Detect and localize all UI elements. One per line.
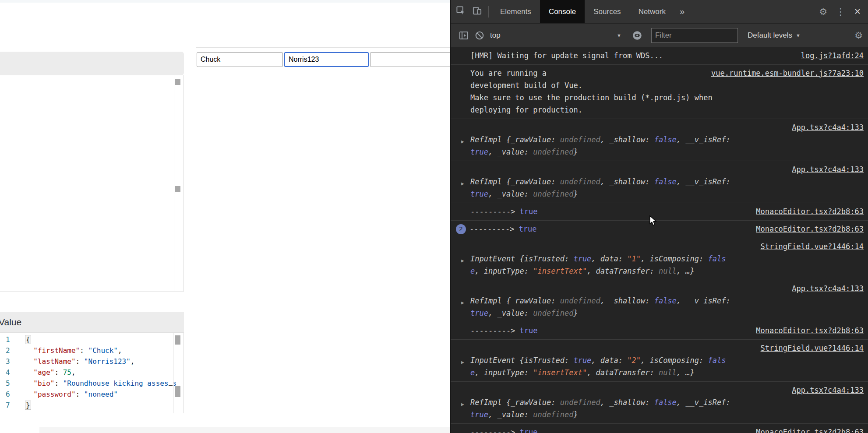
scrollbar-thumb[interactable] — [175, 335, 180, 345]
live-expression-eye-icon[interactable] — [629, 28, 645, 43]
text-segment: true — [519, 223, 537, 235]
source-link[interactable]: MonacoEditor.tsx?d2b8:63 — [756, 426, 864, 433]
tab-console[interactable]: Console — [540, 0, 585, 23]
source-link[interactable]: App.tsx?c4a4:133 — [792, 121, 864, 134]
text-segment: , inputType: — [475, 366, 533, 379]
message-lines: ---------> trueMonacoEditor.tsx?d2b8:63 — [470, 324, 864, 337]
console-line: RefImpl {_rawValue: undefined, _shallow:… — [470, 176, 864, 188]
text-segment: true — [573, 253, 591, 265]
text-segment — [169, 383, 173, 386]
console-line: You are running avue.runtime.esm-bundler… — [470, 67, 864, 79]
spacer — [538, 324, 752, 337]
text-segment: , _shallow: — [600, 295, 654, 307]
console-line: ---------> trueMonacoEditor.tsx?d2b8:63 — [470, 324, 864, 337]
last-name-input[interactable] — [284, 52, 369, 67]
devtools-tabbar: Elements Console Sources Network » ⚙ ⋮ ✕ — [451, 0, 868, 24]
third-input[interactable] — [370, 52, 458, 67]
tab-network[interactable]: Network — [630, 0, 674, 23]
text-segment: true — [520, 324, 538, 337]
text-segment: InputEvent {isTrusted: — [470, 253, 573, 265]
source-link[interactable]: vue.runtime.esm-bundler.js?7a23:10 — [711, 67, 864, 79]
message-body: 2---------> trueMonacoEditor.tsx?d2b8:63 — [456, 223, 864, 235]
console-message: App.tsx?c4a4:133▶RefImpl {_rawValue: und… — [451, 382, 868, 424]
source-link[interactable]: MonacoEditor.tsx?d2b8:63 — [756, 223, 864, 235]
text-segment: undefined — [533, 146, 573, 158]
text-segment: undefined — [533, 408, 573, 421]
console-settings-gear-icon[interactable]: ⚙ — [854, 31, 863, 40]
source-link[interactable]: App.tsx?c4a4:133 — [792, 163, 864, 176]
console-line: ---------> trueMonacoEditor.tsx?d2b8:63 — [470, 205, 864, 218]
source-link[interactable]: StringField.vue?1446:14 — [761, 240, 864, 253]
schema-editor-panel — [0, 75, 184, 292]
first-name-input[interactable] — [197, 52, 283, 67]
scrollbar-thumb[interactable] — [175, 386, 180, 397]
source-link[interactable]: App.tsx?c4a4:133 — [792, 384, 864, 396]
expand-triangle-icon[interactable]: ▶ — [461, 398, 464, 410]
scrollbar-thumb[interactable] — [175, 79, 180, 85]
text-segment: , …} — [677, 366, 695, 379]
source-link[interactable]: log.js?1afd:24 — [801, 49, 864, 62]
spacer — [470, 163, 787, 176]
console-filter-input[interactable] — [651, 28, 738, 43]
text-segment: "age" — [33, 368, 54, 377]
message-lines: RefImpl {_rawValue: undefined, _shallow:… — [470, 176, 864, 200]
text-segment: undefined — [533, 307, 573, 319]
console-message: StringField.vue?1446:14▶InputEvent {isTr… — [451, 238, 868, 280]
spacer — [470, 121, 787, 134]
message-body: RefImpl {_rawValue: undefined, _shallow:… — [470, 176, 864, 200]
text-segment: , data: — [591, 354, 627, 366]
text-segment: , inputType: — [475, 265, 533, 277]
console-line: RefImpl {_rawValue: undefined, _shallow:… — [470, 396, 864, 408]
code-line: 3 "lastName": "Norris123", — [0, 356, 183, 367]
scrollbar-thumb[interactable] — [175, 186, 180, 192]
close-icon[interactable]: ✕ — [854, 7, 861, 17]
expand-triangle-icon[interactable]: ▶ — [461, 254, 464, 267]
expand-triangle-icon[interactable]: ▶ — [461, 135, 464, 148]
device-toolbar-icon[interactable] — [472, 6, 482, 18]
more-tabs-icon[interactable]: » — [674, 0, 690, 23]
kebab-menu-icon[interactable]: ⋮ — [836, 7, 845, 16]
message-link-line: App.tsx?c4a4:133 — [470, 384, 864, 396]
page-bottom-strip — [39, 427, 450, 433]
code-content: "firstName": "Chuck", — [19, 345, 122, 356]
text-segment: , dataTransfer: — [587, 366, 659, 379]
console-message: ---------> trueMonacoEditor.tsx?d2b8:63 — [451, 203, 868, 221]
spacer — [470, 282, 787, 295]
expand-triangle-icon[interactable]: ▶ — [461, 296, 464, 309]
value-json-editor[interactable]: 1{2 "firstName": "Chuck",3 "lastName": "… — [0, 333, 184, 413]
message-lines: RefImpl {_rawValue: undefined, _shallow:… — [470, 396, 864, 421]
text-segment: null — [659, 265, 677, 277]
message-lines: InputEvent {isTrusted: true, data: "2", … — [470, 354, 864, 379]
console-messages-area[interactable]: [HMR] Waiting for update signal from WDS… — [451, 47, 868, 433]
expand-triangle-icon[interactable]: ▶ — [461, 177, 464, 190]
text-segment: { — [25, 335, 31, 344]
text-segment: ---------> — [470, 426, 520, 433]
tab-sources[interactable]: Sources — [585, 0, 629, 23]
console-line: Make sure to use the production build (*… — [470, 92, 864, 104]
source-link[interactable]: App.tsx?c4a4:133 — [792, 282, 864, 295]
log-levels-select[interactable]: Default levels ▼ — [748, 31, 801, 40]
text-segment: false — [654, 396, 677, 408]
clear-console-icon[interactable] — [472, 28, 487, 43]
text-segment: , …} — [677, 265, 695, 277]
message-body: ---------> trueMonacoEditor.tsx?d2b8:63 — [470, 426, 864, 433]
source-link[interactable]: MonacoEditor.tsx?d2b8:63 — [756, 205, 864, 218]
message-lines: ---------> trueMonacoEditor.tsx?d2b8:63 — [470, 205, 864, 218]
text-segment: fals — [708, 354, 726, 366]
text-segment: } — [573, 146, 578, 158]
source-link[interactable]: StringField.vue?1446:14 — [761, 342, 864, 354]
tab-elements[interactable]: Elements — [491, 0, 540, 23]
source-link[interactable]: MonacoEditor.tsx?d2b8:63 — [756, 324, 864, 337]
text-segment: true — [520, 426, 538, 433]
console-sidebar-toggle-icon[interactable] — [456, 28, 472, 43]
settings-gear-icon[interactable]: ⚙ — [819, 7, 827, 16]
text-segment: true — [470, 408, 488, 421]
expand-triangle-icon[interactable]: ▶ — [461, 356, 464, 368]
text-segment: false — [654, 295, 677, 307]
spacer — [470, 342, 756, 354]
text-segment: } — [573, 307, 578, 319]
inspect-element-icon[interactable] — [456, 6, 466, 18]
console-line: true, _value: undefined} — [470, 408, 864, 421]
console-message: App.tsx?c4a4:133▶RefImpl {_rawValue: und… — [451, 280, 868, 322]
javascript-context-select[interactable]: top ▼ — [490, 31, 621, 40]
